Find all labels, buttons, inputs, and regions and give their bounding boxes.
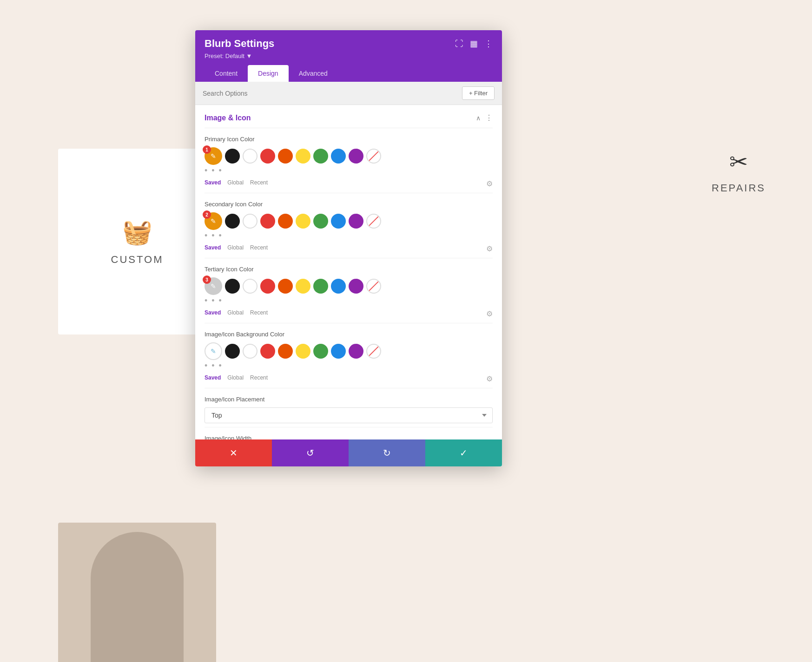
color-settings-gear[interactable]: ⚙ [486,244,493,253]
color-swatch-purple[interactable] [349,279,363,294]
secondary-more-dots[interactable]: • • • [205,230,493,242]
color-swatch-green[interactable] [313,344,328,359]
redo-button[interactable]: ↻ [349,439,425,466]
basket-icon: 🧺 [122,218,152,246]
search-input[interactable] [203,90,458,97]
filter-button[interactable]: + Filter [462,86,495,100]
recent-tab[interactable]: Recent [250,244,268,253]
color-swatch-blue[interactable] [331,149,346,164]
width-label: Image/Icon Width [205,435,493,439]
recent-tab[interactable]: Recent [250,374,268,383]
saved-tab[interactable]: Saved [205,244,221,253]
color-settings-gear[interactable]: ⚙ [486,179,493,188]
tertiary-color-tabs: Saved Global Recent ⚙ [205,307,493,319]
tertiary-icon-color-setting: Tertiary Icon Color 3 ✎ • • • [205,258,493,323]
global-tab[interactable]: Global [227,244,244,253]
preset-selector[interactable]: Preset: Default ▼ [205,52,493,59]
save-button[interactable]: ✓ [425,439,502,466]
cancel-button[interactable]: ✕ [195,439,272,466]
recent-tab[interactable]: Recent [250,309,268,318]
color-swatch-black[interactable] [225,279,240,294]
section-title: Image & Icon [205,114,251,122]
placement-select[interactable]: Top Left Right [205,407,493,423]
color-swatch-red[interactable] [260,344,275,359]
collapse-icon[interactable]: ∧ [476,114,481,122]
fullscreen-icon[interactable]: ⛶ [455,39,463,49]
bg-color-picker[interactable]: ✎ [205,342,222,360]
color-swatch-orange[interactable] [278,149,293,164]
custom-label: CUSTOM [111,254,164,266]
color-swatch-none[interactable] [366,214,381,229]
color-swatch-white[interactable] [243,344,257,359]
section-actions: ∧ ⋮ [476,113,493,122]
global-tab[interactable]: Global [227,309,244,318]
color-swatch-yellow[interactable] [296,344,310,359]
color-settings-gear[interactable]: ⚙ [486,309,493,318]
color-settings-gear[interactable]: ⚙ [486,374,493,383]
color-swatch-black[interactable] [225,149,240,164]
color-swatch-green[interactable] [313,214,328,229]
color-swatch-blue[interactable] [331,214,346,229]
color-swatch-none[interactable] [366,149,381,164]
bottom-bar: ✕ ↺ ↻ ✓ [195,439,502,466]
more-options-icon[interactable]: ⋮ [484,39,493,49]
repairs-card: ✂ REPAIRS [712,149,766,194]
color-swatch-white[interactable] [243,279,257,294]
color-swatch-red[interactable] [260,279,275,294]
width-setting: Image/Icon Width [205,427,493,439]
saved-tab[interactable]: Saved [205,179,221,188]
color-swatch-blue[interactable] [331,279,346,294]
color-swatch-yellow[interactable] [296,214,310,229]
undo-button[interactable]: ↺ [272,439,349,466]
color-swatch-orange[interactable] [278,344,293,359]
saved-tab[interactable]: Saved [205,374,221,383]
primary-color-picker[interactable]: 1 ✎ [205,147,222,165]
tertiary-more-dots[interactable]: • • • [205,295,493,307]
blurb-settings-panel: Blurb Settings ⛶ ▦ ⋮ Preset: Default ▼ C… [195,30,502,466]
bg-picker-btn[interactable]: ✎ [205,342,222,360]
color-swatch-blue[interactable] [331,344,346,359]
secondary-color-picker[interactable]: 2 ✎ [205,212,222,230]
color-swatch-red[interactable] [260,149,275,164]
global-tab[interactable]: Global [227,179,244,188]
color-swatch-none[interactable] [366,344,381,359]
color-swatch-purple[interactable] [349,149,363,164]
color-swatch-white[interactable] [243,214,257,229]
tab-content[interactable]: Content [205,65,248,82]
section-more-icon[interactable]: ⋮ [485,113,493,122]
color-swatch-white[interactable] [243,149,257,164]
global-tab[interactable]: Global [227,374,244,383]
panel-tabs: Content Design Advanced [205,65,493,82]
bg-color-tabs: Saved Global Recent ⚙ [205,372,493,384]
secondary-color-row: 2 ✎ [205,212,493,230]
panel-header-icons: ⛶ ▦ ⋮ [455,39,493,49]
picker-badge-3: 3 [203,275,211,284]
color-swatch-yellow[interactable] [296,149,310,164]
tab-design[interactable]: Design [248,65,289,82]
columns-icon[interactable]: ▦ [470,39,478,49]
bg-color-label: Image/Icon Background Color [205,331,493,338]
bg-color-setting: Image/Icon Background Color ✎ • • • [205,323,493,388]
panel-header: Blurb Settings ⛶ ▦ ⋮ Preset: Default ▼ C… [195,30,502,82]
color-swatch-red[interactable] [260,214,275,229]
primary-more-dots[interactable]: • • • [205,165,493,177]
primary-icon-color-label: Primary Icon Color [205,136,493,143]
color-swatch-green[interactable] [313,279,328,294]
color-swatch-orange[interactable] [278,214,293,229]
color-swatch-none[interactable] [366,279,381,294]
color-swatch-purple[interactable] [349,344,363,359]
tertiary-color-picker[interactable]: 3 ✎ [205,277,222,295]
bg-more-dots[interactable]: • • • [205,360,493,372]
color-swatch-black[interactable] [225,344,240,359]
tab-advanced[interactable]: Advanced [289,65,338,82]
color-swatch-purple[interactable] [349,214,363,229]
recent-tab[interactable]: Recent [250,179,268,188]
saved-tab[interactable]: Saved [205,309,221,318]
color-swatch-green[interactable] [313,149,328,164]
color-swatch-yellow[interactable] [296,279,310,294]
color-swatch-black[interactable] [225,214,240,229]
primary-icon-color-setting: Primary Icon Color 1 ✎ • • • [205,128,493,193]
primary-color-row: 1 ✎ [205,147,493,165]
color-swatch-orange[interactable] [278,279,293,294]
search-bar: + Filter [195,82,502,105]
